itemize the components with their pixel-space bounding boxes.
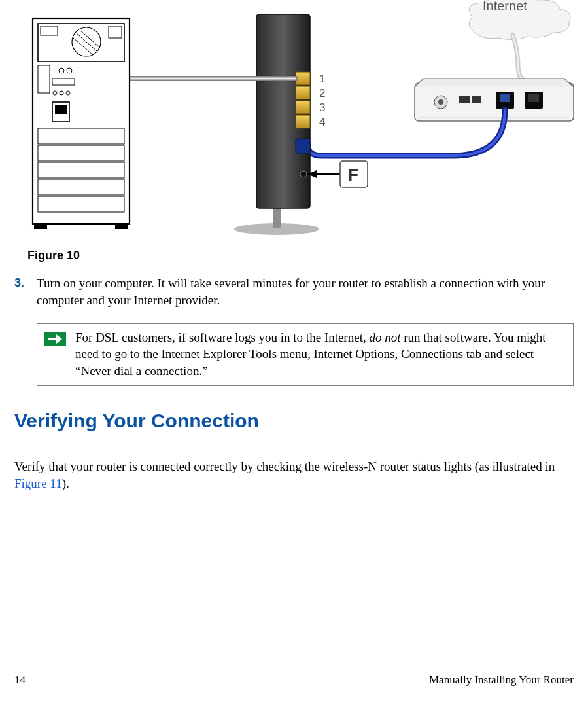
figure-11-link[interactable]: Figure 11	[14, 477, 62, 490]
svg-rect-30	[109, 26, 122, 38]
arrow-right-icon	[44, 332, 66, 346]
svg-rect-25	[41, 26, 58, 35]
step-3: 3. Turn on your computer. It will take s…	[14, 275, 574, 308]
svg-rect-15	[296, 101, 310, 114]
connection-diagram: Internet	[14, 0, 574, 236]
modem-icon	[415, 79, 574, 121]
svg-rect-39	[55, 105, 67, 114]
svg-rect-42	[38, 162, 124, 178]
callout-f: F	[307, 161, 368, 187]
svg-rect-4	[472, 96, 481, 103]
router-icon	[234, 14, 319, 235]
cloud-label: Internet	[483, 0, 527, 13]
svg-text:F: F	[348, 165, 358, 185]
page-number: 14	[14, 673, 26, 688]
step-number: 3.	[14, 275, 37, 308]
svg-rect-17	[296, 139, 310, 153]
svg-rect-46	[115, 224, 128, 229]
svg-rect-41	[38, 145, 124, 161]
svg-rect-31	[38, 65, 50, 93]
svg-point-2	[438, 99, 443, 105]
svg-rect-8	[528, 94, 539, 102]
svg-rect-16	[296, 115, 310, 128]
note-box: For DSL customers, if software logs you …	[37, 323, 574, 386]
svg-rect-44	[38, 196, 124, 212]
port-label-3: 3	[319, 101, 325, 114]
port-label-1: 1	[319, 73, 325, 85]
section-heading: Verifying Your Connection	[14, 408, 574, 435]
note-text: For DSL customers, if software logs you …	[75, 329, 566, 380]
computer-icon	[33, 18, 130, 229]
svg-rect-45	[34, 224, 47, 229]
figure-caption: Figure 10	[27, 247, 574, 263]
step-text: Turn on your computer. It will take seve…	[37, 275, 574, 308]
svg-rect-43	[38, 179, 124, 195]
svg-rect-6	[500, 94, 510, 102]
svg-rect-3	[459, 96, 470, 103]
svg-rect-34	[52, 79, 75, 85]
verify-paragraph: Verify that your router is connected cor…	[14, 458, 574, 492]
port-label-2: 2	[319, 87, 325, 99]
port-label-4: 4	[319, 116, 325, 128]
svg-point-18	[300, 171, 307, 177]
svg-rect-14	[296, 86, 310, 99]
svg-rect-40	[38, 128, 124, 144]
footer-section: Manually Installing Your Router	[429, 673, 574, 688]
